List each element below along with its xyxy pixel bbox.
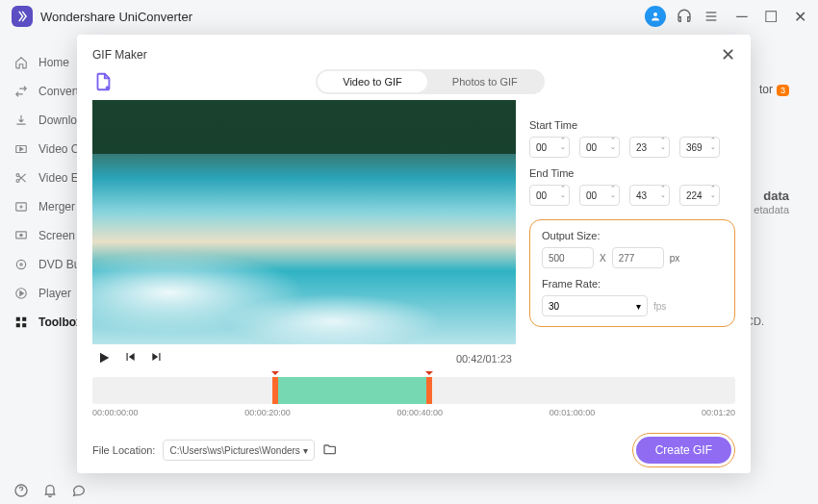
play-icon [13, 286, 29, 301]
chevron-down-icon: ▾ [636, 301, 641, 312]
convert-icon [13, 84, 29, 99]
tab-photos-to-gif[interactable]: Photos to GIF [427, 71, 543, 92]
user-avatar[interactable] [645, 6, 666, 27]
menu-icon[interactable] [703, 8, 720, 25]
maximize-button[interactable]: ☐ [764, 10, 778, 23]
tab-video-to-gif[interactable]: Video to GIF [318, 71, 427, 92]
create-gif-button[interactable]: Create GIF [636, 437, 731, 464]
svg-rect-16 [22, 323, 26, 327]
bell-icon[interactable] [42, 483, 58, 498]
output-settings-box: Output Size: 500 X 277 px Frame Rate: 30… [529, 219, 735, 327]
svg-point-9 [20, 234, 22, 236]
timeline[interactable] [92, 377, 735, 404]
toolbox-icon [13, 315, 29, 330]
timeline-ticks: 00:00:00:00 00:00:20:00 00:00:40:00 00:0… [92, 408, 735, 417]
start-min-input[interactable]: 00 [579, 137, 620, 158]
sidebar-item-label: Home [38, 56, 69, 69]
end-sec-input[interactable]: 43 [629, 185, 670, 206]
svg-point-6 [16, 179, 19, 182]
svg-point-11 [20, 264, 22, 265]
open-folder-button[interactable] [322, 441, 340, 459]
size-unit: px [670, 253, 680, 264]
modal-title: GIF Maker [92, 48, 147, 62]
disc-icon [13, 257, 29, 272]
svg-point-0 [653, 13, 657, 16]
timeline-end-handle[interactable] [426, 377, 432, 404]
timeline-selection[interactable] [273, 377, 427, 404]
end-min-input[interactable]: 00 [579, 185, 620, 206]
video-compress-icon [13, 141, 29, 157]
frame-rate-unit: fps [653, 301, 666, 312]
titlebar: Wondershare UniConverter ─ ☐ ✕ [0, 0, 818, 33]
minimize-button[interactable]: ─ [735, 10, 749, 23]
output-width-input[interactable]: 500 [542, 247, 594, 268]
feedback-icon[interactable] [71, 483, 87, 498]
svg-rect-13 [16, 317, 20, 321]
background-text: etadata [754, 204, 789, 215]
frame-rate-label: Frame Rate: [542, 278, 723, 290]
headset-icon[interactable] [676, 8, 693, 25]
size-separator: X [600, 253, 606, 264]
svg-rect-14 [22, 317, 26, 321]
home-icon [13, 55, 29, 70]
player-controls: 00:42/01:23 [92, 344, 516, 373]
bottom-icons [13, 483, 87, 498]
svg-rect-15 [16, 323, 20, 327]
timeline-start-handle[interactable] [272, 377, 278, 404]
app-title: Wondershare UniConverter [40, 10, 645, 24]
mode-tabs: Video to GIF Photos to GIF [316, 69, 544, 94]
start-sec-input[interactable]: 23 [629, 137, 670, 158]
start-time-label: Start Time [529, 119, 735, 131]
next-frame-button[interactable] [150, 350, 167, 367]
prev-frame-button[interactable] [123, 350, 141, 367]
scissors-icon [13, 170, 29, 186]
start-hour-input[interactable]: 00 [529, 137, 570, 158]
time-display: 00:42/01:23 [456, 353, 512, 365]
background-text: data [763, 189, 789, 203]
svg-point-5 [16, 174, 19, 177]
svg-point-10 [16, 260, 25, 268]
close-window-button[interactable]: ✕ [793, 10, 806, 23]
sidebar-item-label: Toolbox [38, 315, 83, 329]
frame-rate-select[interactable]: 30▾ [542, 295, 648, 316]
end-ms-input[interactable]: 224 [679, 185, 720, 206]
file-location-label: File Location: [92, 444, 155, 456]
screen-record-icon [13, 228, 29, 243]
close-modal-button[interactable]: ✕ [721, 46, 735, 63]
background-text: tor3 [759, 83, 789, 96]
output-height-input[interactable]: 277 [612, 247, 664, 268]
app-logo [12, 6, 33, 27]
play-button[interactable] [96, 350, 114, 367]
download-icon [13, 113, 29, 128]
chevron-down-icon: ▾ [303, 445, 308, 456]
file-location-select[interactable]: C:\Users\ws\Pictures\Wonders▾ [163, 440, 315, 461]
start-ms-input[interactable]: 369 [679, 137, 720, 158]
help-icon[interactable] [13, 483, 29, 498]
output-size-label: Output Size: [542, 230, 723, 241]
video-preview[interactable] [92, 100, 516, 344]
gif-maker-modal: GIF Maker ✕ Video to GIF Photos to GIF 0… [77, 35, 751, 473]
sidebar-item-label: Player [38, 287, 71, 300]
end-time-label: End Time [529, 167, 735, 179]
merger-icon [13, 199, 29, 214]
end-hour-input[interactable]: 00 [529, 185, 570, 206]
add-file-button[interactable] [92, 71, 114, 92]
